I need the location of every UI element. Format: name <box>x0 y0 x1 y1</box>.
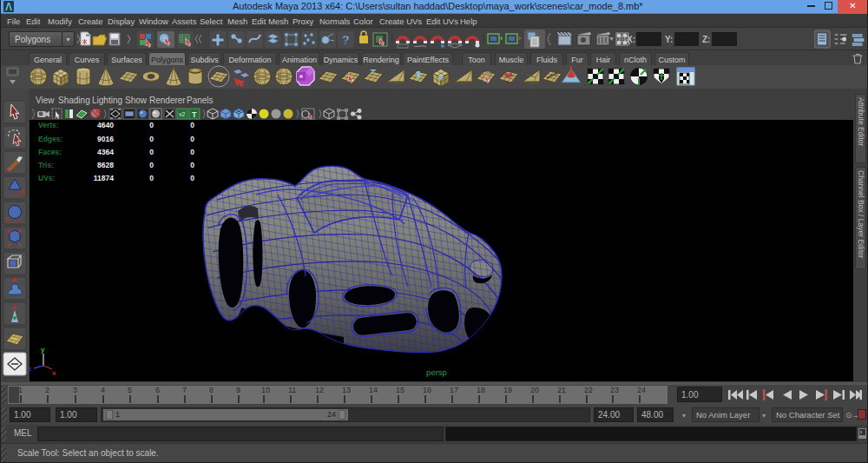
svg-text:0: 0 <box>190 121 194 129</box>
svg-text:z: z <box>30 365 31 373</box>
svg-text:x: x <box>52 369 56 377</box>
svg-text:0: 0 <box>190 135 194 143</box>
svg-text:Faces:: Faces: <box>38 148 62 156</box>
svg-text:11874: 11874 <box>94 174 114 182</box>
svg-text:persp: persp <box>426 367 447 377</box>
svg-text:4364: 4364 <box>97 148 114 156</box>
svg-text:0: 0 <box>149 135 154 143</box>
svg-text:4640: 4640 <box>97 121 114 129</box>
svg-text:0: 0 <box>190 161 194 169</box>
svg-text:8628: 8628 <box>97 161 114 169</box>
svg-text:0: 0 <box>149 148 154 156</box>
svg-text:?: ? <box>342 33 350 47</box>
svg-text:Edges:: Edges: <box>38 135 63 143</box>
svg-text:0: 0 <box>190 174 194 182</box>
svg-text:0: 0 <box>190 148 194 156</box>
svg-text:v2: v2 <box>179 111 186 117</box>
svg-text:Verts:: Verts: <box>38 121 59 129</box>
svg-text:y: y <box>41 346 45 354</box>
svg-text:0: 0 <box>149 161 154 169</box>
svg-text:0: 0 <box>149 121 154 129</box>
svg-text:Tris:: Tris: <box>38 161 54 169</box>
svg-text:0: 0 <box>149 174 154 182</box>
svg-text:9016: 9016 <box>97 135 114 143</box>
svg-text:UVs:: UVs: <box>38 174 56 182</box>
svg-text:T: T <box>192 110 197 119</box>
